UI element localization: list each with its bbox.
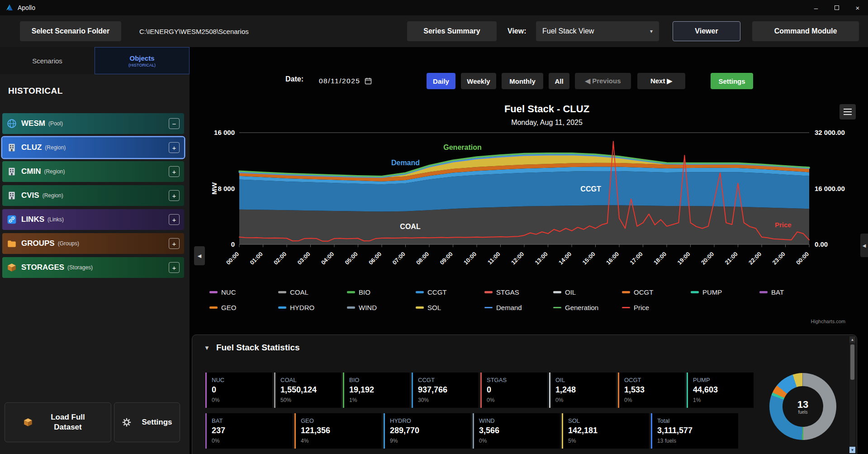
scroll-down-icon[interactable]: ▼ (849, 447, 855, 453)
expand-button[interactable]: + (169, 238, 180, 249)
legend-item-demand[interactable]: Demand (484, 302, 553, 312)
collapse-stats-icon[interactable]: ▼ (204, 344, 210, 351)
chart-title: Fuel Stack - CLUZ (244, 103, 850, 115)
previous-button[interactable]: ◀ Previous (575, 73, 631, 89)
expand-button[interactable]: + (169, 142, 180, 153)
expand-button[interactable]: + (169, 190, 180, 201)
stat-pct: 0% (212, 438, 288, 444)
legend-item-ocgt[interactable]: OCGT (622, 287, 691, 297)
expand-button[interactable]: + (169, 262, 180, 273)
stat-label: HYDRO (390, 417, 466, 424)
legend-item-pump[interactable]: PUMP (691, 287, 759, 297)
stat-value: 44,603 (693, 385, 749, 395)
date-input[interactable]: 08/11/2025 (319, 72, 372, 90)
sidebar-item-cmin[interactable]: CMIN(Region)+ (2, 161, 184, 182)
stat-pct: 1% (349, 397, 405, 403)
stat-pct: 0% (624, 397, 680, 403)
legend-item-bio[interactable]: BIO (347, 287, 416, 297)
svg-text:09:00: 09:00 (439, 251, 454, 266)
legend-swatch (278, 291, 286, 293)
tree-item-name: WESM (21, 119, 45, 128)
expand-button[interactable]: + (169, 166, 180, 177)
sidebar-item-cvis[interactable]: CVIS(Region)+ (2, 185, 184, 206)
tree-item-name: CLUZ (21, 143, 42, 152)
legend-item-price[interactable]: Price (622, 302, 691, 312)
app-title: Apollo (18, 4, 35, 11)
chart-menu-button[interactable] (840, 104, 856, 119)
legend-item-oil[interactable]: OIL (553, 287, 622, 297)
expand-button[interactable]: + (169, 214, 180, 225)
tab-scenarios[interactable]: Scenarios (0, 47, 95, 74)
chart-settings-button[interactable]: Settings (711, 73, 753, 89)
load-full-dataset-label: Load Full Dataset (43, 412, 93, 432)
legend-swatch (347, 306, 355, 309)
close-button[interactable]: × (847, 0, 868, 15)
collapse-button[interactable]: − (169, 118, 180, 129)
select-scenario-folder-button[interactable]: Select Scenario Folder (20, 21, 121, 41)
sidebar-settings-button[interactable]: Settings (114, 402, 180, 442)
expand-right-panel-button[interactable]: ◀ (860, 234, 868, 257)
range-button-all[interactable]: All (549, 73, 569, 89)
legend-item-bat[interactable]: BAT (759, 287, 828, 297)
sidebar-item-storages[interactable]: STORAGES(Storages)+ (2, 257, 184, 278)
minimize-button[interactable]: – (806, 0, 826, 15)
svg-text:0.00: 0.00 (815, 240, 828, 248)
legend-swatch (347, 291, 355, 293)
series-summary-button[interactable]: Series Summary (407, 21, 497, 41)
tree-item-type: (Region) (43, 192, 63, 199)
legend-swatch (416, 306, 424, 309)
legend-item-coal[interactable]: COAL (278, 287, 347, 297)
sidebar-item-links[interactable]: LINKS(Links)+ (2, 209, 184, 230)
legend-item-sol[interactable]: SOL (416, 302, 484, 312)
scroll-up-icon[interactable]: ▲ (849, 336, 855, 343)
stat-value: 3,566 (479, 426, 555, 435)
command-module-button[interactable]: Command Module (752, 21, 859, 41)
svg-text:16 000: 16 000 (214, 129, 235, 136)
stats-scrollbar[interactable]: ▲ ▼ (849, 336, 855, 453)
sidebar-item-groups[interactable]: GROUPS(Groups)+ (2, 233, 184, 254)
next-button[interactable]: Next ▶ (637, 73, 685, 89)
svg-text:Price: Price (775, 221, 792, 229)
range-button-daily[interactable]: Daily (427, 73, 455, 89)
tab-scenarios-label: Scenarios (32, 57, 62, 65)
legend-item-wind[interactable]: WIND (347, 302, 416, 312)
stat-value: 237 (212, 426, 288, 435)
fuel-stack-chart-canvas[interactable]: 08 00016 0000.0016 000.0032 000.00MW00:0… (199, 124, 845, 283)
svg-text:16 000.00: 16 000.00 (815, 185, 845, 192)
viewer-button[interactable]: Viewer (673, 21, 740, 41)
view-dropdown[interactable]: Fuel Stack View ▾ (536, 21, 659, 41)
legend-item-nuc[interactable]: NUC (209, 287, 278, 297)
legend-label: GEO (221, 304, 236, 311)
tab-objects[interactable]: Objects (HISTORICAL) (95, 47, 190, 74)
legend-item-geo[interactable]: GEO (209, 302, 278, 312)
stat-pct: 9% (390, 438, 466, 444)
sidebar-item-cluz[interactable]: CLUZ(Region)+ (2, 137, 184, 158)
view-dropdown-value: Fuel Stack View (542, 27, 594, 35)
legend-label: COAL (290, 288, 308, 296)
sidebar-item-wesm[interactable]: WESM(Pool)− (2, 113, 184, 134)
tree-item-name: LINKS (21, 215, 44, 224)
sidebar-tabs: Scenarios Objects (HISTORICAL) (0, 47, 190, 74)
svg-text:23:00: 23:00 (771, 251, 787, 266)
stat-label: OCGT (624, 377, 680, 383)
maximize-button[interactable] (826, 0, 847, 15)
tree-item-type: (Groups) (58, 240, 79, 247)
legend-item-stgas[interactable]: STGAS (484, 287, 553, 297)
fuel-mix-pie-chart: 13 fuels (769, 373, 836, 440)
stat-value: 0 (487, 385, 542, 395)
legend-item-generation[interactable]: Generation (553, 302, 622, 312)
scrollbar-thumb[interactable] (850, 344, 854, 380)
range-button-weekly[interactable]: Weekly (461, 73, 496, 89)
legend-item-hydro[interactable]: HYDRO (278, 302, 347, 312)
stat-value: 142,181 (568, 426, 644, 435)
legend-item-ccgt[interactable]: CCGT (416, 287, 484, 297)
tree-item-name: CVIS (21, 191, 39, 200)
load-full-dataset-button[interactable]: Load Full Dataset (5, 402, 111, 442)
svg-text:06:00: 06:00 (367, 251, 383, 266)
legend-label: Generation (565, 304, 598, 311)
svg-text:13:00: 13:00 (534, 251, 549, 266)
stat-pct: 4% (301, 438, 377, 444)
date-label: Date: (285, 75, 304, 83)
fuel-stack-chart: 08 00016 0000.0016 000.0032 000.00MW00:0… (199, 124, 845, 283)
range-button-monthly[interactable]: Monthly (502, 73, 543, 89)
